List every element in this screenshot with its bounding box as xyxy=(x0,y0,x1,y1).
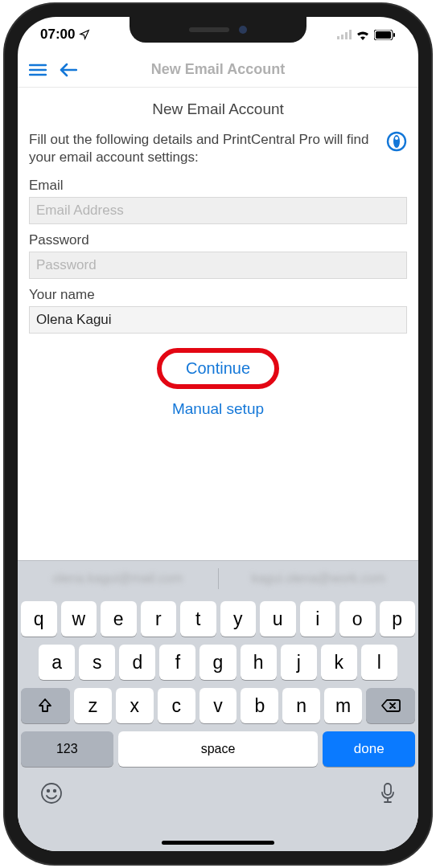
menu-icon[interactable] xyxy=(29,63,47,76)
key-l[interactable]: l xyxy=(361,645,397,680)
name-input[interactable] xyxy=(29,306,407,334)
svg-point-14 xyxy=(47,790,50,792)
suggestion-1[interactable]: olena.kagui@mail.com xyxy=(18,571,218,586)
password-label: Password xyxy=(29,232,407,248)
key-o[interactable]: o xyxy=(339,601,376,637)
svg-rect-2 xyxy=(345,32,348,39)
manual-setup-button[interactable]: Manual setup xyxy=(172,400,264,418)
svg-point-15 xyxy=(54,790,56,792)
back-icon[interactable] xyxy=(60,63,77,77)
key-p[interactable]: p xyxy=(380,601,416,637)
key-c[interactable]: c xyxy=(158,688,195,723)
mic-icon[interactable] xyxy=(380,782,396,808)
svg-rect-1 xyxy=(341,35,343,39)
email-field-group: Email xyxy=(29,178,407,224)
location-icon xyxy=(79,29,90,40)
phone-frame: 07:00 New Email Account New Email Accoun… xyxy=(5,4,431,864)
home-indicator[interactable] xyxy=(162,841,274,845)
cellular-icon xyxy=(337,30,352,39)
key-g[interactable]: g xyxy=(199,645,236,680)
key-numbers[interactable]: 123 xyxy=(21,731,113,767)
svg-rect-16 xyxy=(385,784,391,795)
key-a[interactable]: a xyxy=(39,645,75,680)
svg-point-12 xyxy=(395,137,398,140)
key-x[interactable]: x xyxy=(116,688,154,723)
status-time: 07:00 xyxy=(40,27,75,43)
key-t[interactable]: t xyxy=(180,601,216,637)
continue-highlight: Continue xyxy=(157,348,279,389)
key-r[interactable]: r xyxy=(141,601,177,637)
emoji-icon[interactable] xyxy=(40,782,63,808)
key-e[interactable]: e xyxy=(101,601,137,637)
svg-point-13 xyxy=(42,784,61,803)
battery-icon xyxy=(374,30,396,40)
notch xyxy=(130,17,306,43)
svg-rect-5 xyxy=(376,31,391,39)
key-done[interactable]: done xyxy=(323,731,415,767)
email-label: Email xyxy=(29,178,407,194)
nav-title: New Email Account xyxy=(18,61,418,78)
key-k[interactable]: k xyxy=(321,645,357,680)
key-y[interactable]: y xyxy=(220,601,257,637)
key-shift[interactable] xyxy=(21,688,70,723)
wifi-icon xyxy=(356,30,370,40)
suggestion-2[interactable]: kagui.olena@work.com xyxy=(219,571,419,586)
password-field-group: Password xyxy=(29,232,407,279)
key-u[interactable]: u xyxy=(260,601,296,637)
key-space[interactable]: space xyxy=(118,731,319,767)
key-j[interactable]: j xyxy=(281,645,317,680)
key-d[interactable]: d xyxy=(119,645,155,680)
svg-rect-3 xyxy=(349,30,352,39)
key-s[interactable]: s xyxy=(79,645,115,680)
key-v[interactable]: v xyxy=(199,688,237,723)
key-w[interactable]: w xyxy=(61,601,97,637)
keyboard: olena.kagui@mail.com kagui.olena@work.co… xyxy=(18,560,418,851)
content-area: New Email Account Fill out the following… xyxy=(18,88,418,431)
navigation-bar: New Email Account xyxy=(18,52,418,88)
page-description: Fill out the following details and Print… xyxy=(29,131,380,166)
name-label: Your name xyxy=(29,287,407,303)
page-title: New Email Account xyxy=(29,100,407,118)
key-i[interactable]: i xyxy=(300,601,336,637)
continue-button[interactable]: Continue xyxy=(186,359,250,378)
name-field-group: Your name xyxy=(29,287,407,334)
email-input[interactable] xyxy=(29,197,407,224)
key-delete[interactable] xyxy=(366,688,415,723)
key-h[interactable]: h xyxy=(241,645,277,680)
key-m[interactable]: m xyxy=(324,688,362,723)
suggestion-bar: olena.kagui@mail.com kagui.olena@work.co… xyxy=(18,561,418,596)
key-q[interactable]: q xyxy=(21,601,57,637)
phone-screen: 07:00 New Email Account New Email Accoun… xyxy=(18,17,418,851)
key-z[interactable]: z xyxy=(74,688,112,723)
key-n[interactable]: n xyxy=(282,688,320,723)
key-f[interactable]: f xyxy=(159,645,195,680)
info-icon[interactable] xyxy=(386,131,407,155)
password-input[interactable] xyxy=(29,252,407,279)
svg-rect-0 xyxy=(337,36,339,39)
key-b[interactable]: b xyxy=(241,688,278,723)
svg-rect-6 xyxy=(393,33,395,37)
